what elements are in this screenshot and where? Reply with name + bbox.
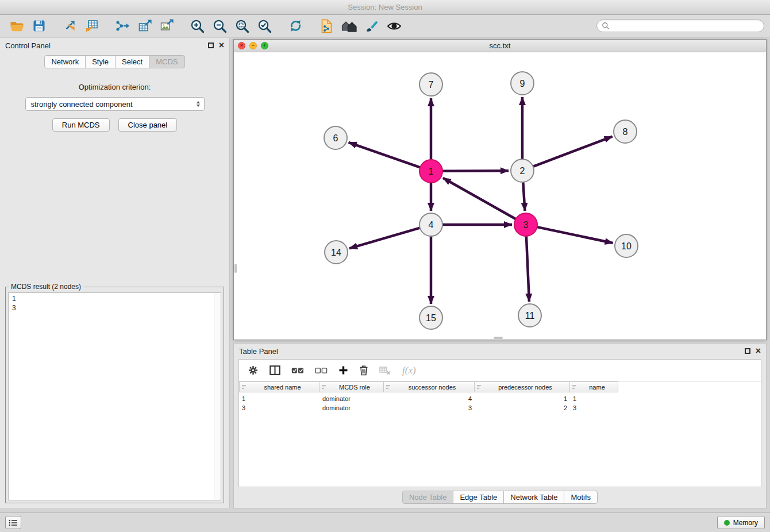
graph-edge-2-8[interactable] <box>533 137 613 167</box>
control-tab-style[interactable]: Style <box>85 55 116 68</box>
table-cell[interactable]: 3 <box>570 404 618 411</box>
table-cell[interactable]: 3 <box>384 404 475 411</box>
window-titlebar: Session: New Session <box>0 0 770 15</box>
home-icon[interactable] <box>340 17 359 34</box>
table-row[interactable]: 3dominator323 <box>239 403 761 413</box>
control-tab-mcds[interactable]: MCDS <box>149 55 184 68</box>
close-table-panel-icon[interactable]: × <box>756 346 761 356</box>
sort-icon <box>572 384 577 390</box>
graph-edge-1-6[interactable] <box>349 142 420 167</box>
graph-node-10[interactable]: 10 <box>615 234 638 257</box>
toolbar-separator <box>276 26 284 26</box>
graph-node-4[interactable]: 4 <box>419 213 442 236</box>
table-tab-edge-table[interactable]: Edge Table <box>453 491 504 504</box>
table-tab-network-table[interactable]: Network Table <box>503 491 564 504</box>
save-icon[interactable] <box>30 17 48 34</box>
table-cell[interactable]: 1 <box>475 395 570 402</box>
refresh-icon[interactable] <box>287 17 305 34</box>
table-cell[interactable]: 4 <box>384 395 475 402</box>
close-panel-icon[interactable]: × <box>219 41 224 50</box>
column-header-shared-name[interactable]: shared name <box>239 381 319 392</box>
task-list-icon[interactable] <box>5 516 21 529</box>
table-cell[interactable]: dominator <box>319 404 384 411</box>
eye-icon[interactable] <box>385 17 403 34</box>
add-row-icon[interactable] <box>338 365 348 375</box>
show-columns-icon[interactable] <box>270 365 280 375</box>
mcds-result-item[interactable]: 3 <box>9 303 221 313</box>
column-header-successor-nodes[interactable]: successor nodes <box>384 381 475 392</box>
delete-row-icon[interactable] <box>359 365 368 376</box>
table-cell[interactable]: 1 <box>239 395 319 402</box>
result-scrollbar[interactable] <box>214 293 221 500</box>
table-cell[interactable]: 2 <box>475 404 570 411</box>
graph-edge-3-11[interactable] <box>526 236 529 302</box>
vertical-scrollbar[interactable] <box>234 264 237 273</box>
svg-text:7: 7 <box>429 80 434 90</box>
graph-node-9[interactable]: 9 <box>511 72 534 95</box>
graph-node-7[interactable]: 7 <box>419 73 442 96</box>
column-header-name[interactable]: name <box>570 381 618 392</box>
horizontal-scrollbar[interactable] <box>494 337 503 339</box>
optimization-select[interactable]: strongly connected component <box>25 97 205 111</box>
svg-text:9: 9 <box>520 79 525 88</box>
network-graph[interactable]: 7968124314101511 <box>234 52 766 340</box>
graph-node-11[interactable]: 11 <box>518 304 541 327</box>
zoom-fit-icon[interactable] <box>233 17 251 35</box>
control-tab-select[interactable]: Select <box>115 55 149 68</box>
new-network-icon[interactable] <box>318 17 335 35</box>
deselect-all-icon[interactable] <box>315 367 328 374</box>
float-table-panel-icon[interactable] <box>745 348 750 354</box>
zoom-selected-icon[interactable] <box>256 17 274 35</box>
table-tab-node-table[interactable]: Node Table <box>402 491 454 504</box>
graph-edge-2-3[interactable] <box>523 182 525 211</box>
close-window-icon[interactable]: × <box>238 42 245 49</box>
apply-style-icon[interactable] <box>363 17 380 34</box>
column-header-predecessor-nodes[interactable]: predecessor nodes <box>475 381 570 392</box>
maximize-window-icon[interactable]: + <box>261 42 268 49</box>
graph-node-14[interactable]: 14 <box>325 241 348 264</box>
svg-text:4: 4 <box>429 220 434 230</box>
network-window-title: scc.txt <box>490 41 511 50</box>
memory-button[interactable]: Memory <box>717 516 765 529</box>
graph-node-15[interactable]: 15 <box>419 306 442 329</box>
zoom-out-icon[interactable] <box>211 17 229 35</box>
import-table-icon[interactable] <box>83 17 100 34</box>
run-mcds-button[interactable]: Run MCDS <box>52 118 110 132</box>
graph-node-6[interactable]: 6 <box>324 126 347 149</box>
function-builder-icon: f(x) <box>402 365 416 376</box>
table-cell[interactable]: dominator <box>319 395 384 402</box>
table-cell[interactable]: 3 <box>239 404 319 411</box>
graph-edge-3-10[interactable] <box>537 227 613 243</box>
table-row[interactable]: 1dominator411 <box>239 394 761 403</box>
graph-edge-4-14[interactable] <box>349 228 420 249</box>
control-tab-network[interactable]: Network <box>44 55 86 68</box>
table-panel-title: Table Panel <box>239 347 278 356</box>
zoom-in-icon[interactable] <box>188 17 206 35</box>
export-image-icon[interactable] <box>158 17 175 34</box>
mcds-result-item[interactable]: 1 <box>9 294 221 303</box>
select-all-icon[interactable] <box>291 367 304 374</box>
network-canvas[interactable]: 7968124314101511 <box>234 52 766 340</box>
select-stepper-icon <box>197 101 200 107</box>
table-cell[interactable]: 1 <box>570 395 618 402</box>
graph-edge-3-1[interactable] <box>443 178 516 219</box>
graph-node-1[interactable]: 1 <box>419 160 442 183</box>
column-header-MCDS-role[interactable]: MCDS role <box>319 381 384 392</box>
control-panel: Control Panel × NetworkStyleSelectMCDS O… <box>0 38 230 508</box>
export-table-icon[interactable] <box>136 17 153 34</box>
float-panel-icon[interactable] <box>208 43 214 48</box>
graph-node-3[interactable]: 3 <box>514 213 537 236</box>
graph-node-2[interactable]: 2 <box>511 159 534 182</box>
table-toolbar: f(x) <box>239 360 761 381</box>
open-folder-icon[interactable] <box>8 17 26 34</box>
export-network-icon[interactable] <box>113 17 132 34</box>
graph-edge-1-2[interactable] <box>442 171 509 171</box>
table-settings-gear-icon[interactable] <box>248 365 259 376</box>
import-network-icon[interactable] <box>61 17 78 34</box>
close-panel-button[interactable]: Close panel <box>118 118 178 132</box>
search-input[interactable] <box>613 21 759 30</box>
graph-node-8[interactable]: 8 <box>614 120 637 143</box>
main-toolbar <box>0 15 770 37</box>
table-tab-motifs[interactable]: Motifs <box>564 491 598 504</box>
minimize-window-icon[interactable]: − <box>249 42 257 49</box>
